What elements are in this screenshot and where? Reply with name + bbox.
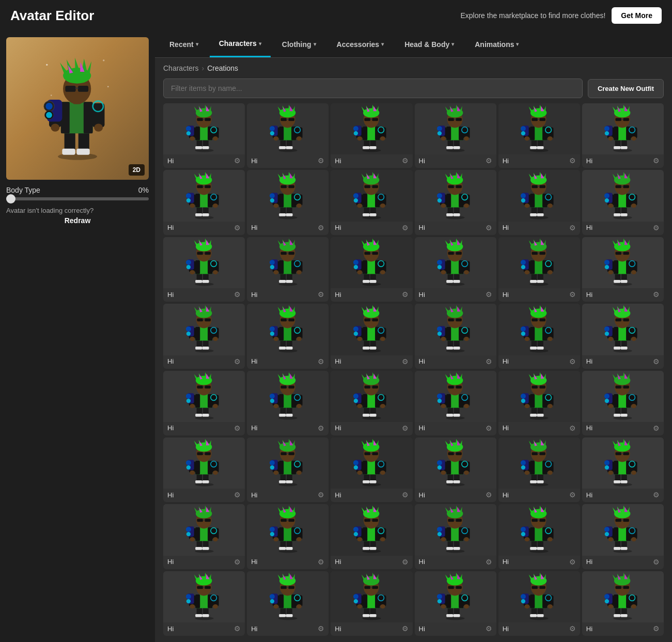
outfit-card[interactable]: Hi ⚙ — [163, 103, 245, 168]
gear-icon[interactable]: ⚙ — [318, 156, 324, 165]
outfit-card[interactable]: Hi ⚙ — [247, 304, 329, 368]
outfit-card[interactable]: Hi ⚙ — [582, 304, 664, 368]
outfit-card[interactable]: Hi ⚙ — [498, 170, 580, 234]
gear-icon[interactable]: ⚙ — [569, 357, 576, 366]
gear-icon[interactable]: ⚙ — [653, 156, 660, 165]
outfit-card[interactable]: Hi ⚙ — [498, 504, 580, 569]
outfit-card[interactable]: Hi ⚙ — [498, 304, 580, 368]
outfit-card[interactable]: Hi ⚙ — [247, 504, 329, 569]
gear-icon[interactable]: ⚙ — [653, 491, 660, 499]
gear-icon[interactable]: ⚙ — [402, 156, 409, 165]
gear-icon[interactable]: ⚙ — [318, 357, 324, 366]
gear-icon[interactable]: ⚙ — [653, 424, 660, 432]
outfit-card[interactable]: Hi ⚙ — [331, 371, 412, 435]
redraw-link[interactable]: Redraw — [6, 216, 149, 225]
gear-icon[interactable]: ⚙ — [318, 290, 324, 299]
outfit-card[interactable]: Hi ⚙ — [163, 304, 245, 368]
outfit-card[interactable]: Hi ⚙ — [247, 371, 329, 435]
gear-icon[interactable]: ⚙ — [486, 624, 492, 633]
outfit-card[interactable]: Hi ⚙ — [498, 237, 580, 302]
outfit-card[interactable]: Hi ⚙ — [415, 103, 496, 168]
outfit-card[interactable]: Hi ⚙ — [163, 504, 245, 569]
outfit-card[interactable]: Hi ⚙ — [415, 437, 496, 502]
gear-icon[interactable]: ⚙ — [569, 424, 576, 432]
outfit-card[interactable]: Hi ⚙ — [498, 103, 580, 168]
gear-icon[interactable]: ⚙ — [402, 290, 409, 299]
gear-icon[interactable]: ⚙ — [653, 624, 660, 633]
gear-icon[interactable]: ⚙ — [653, 558, 660, 566]
outfit-card[interactable]: Hi ⚙ — [331, 437, 412, 502]
outfit-card[interactable]: Hi ⚙ — [415, 571, 496, 636]
outfit-card[interactable]: Hi ⚙ — [163, 237, 245, 302]
filter-input[interactable] — [163, 79, 583, 98]
gear-icon[interactable]: ⚙ — [653, 357, 660, 366]
gear-icon[interactable]: ⚙ — [569, 290, 576, 299]
gear-icon[interactable]: ⚙ — [486, 558, 492, 566]
outfit-card[interactable]: Hi ⚙ — [331, 304, 412, 368]
outfit-card[interactable]: Hi ⚙ — [582, 103, 664, 168]
outfit-card[interactable]: Hi ⚙ — [331, 504, 412, 569]
outfit-card[interactable]: Hi ⚙ — [498, 571, 580, 636]
gear-icon[interactable]: ⚙ — [486, 491, 492, 499]
gear-icon[interactable]: ⚙ — [486, 357, 492, 366]
outfit-card[interactable]: Hi ⚙ — [163, 170, 245, 234]
outfit-card[interactable]: Hi ⚙ — [582, 571, 664, 636]
gear-icon[interactable]: ⚙ — [402, 357, 409, 366]
outfit-card[interactable]: Hi ⚙ — [415, 304, 496, 368]
gear-icon[interactable]: ⚙ — [234, 224, 241, 232]
outfit-card[interactable]: Hi ⚙ — [582, 170, 664, 234]
gear-icon[interactable]: ⚙ — [318, 624, 324, 633]
tab-characters[interactable]: Characters ▾ — [210, 31, 271, 57]
gear-icon[interactable]: ⚙ — [402, 558, 409, 566]
tab-animations[interactable]: Animations ▾ — [465, 32, 528, 57]
outfit-card[interactable]: Hi ⚙ — [582, 371, 664, 435]
outfit-card[interactable]: Hi ⚙ — [415, 504, 496, 569]
breadcrumb-characters[interactable]: Characters — [163, 64, 198, 72]
create-outfit-button[interactable]: Create New Outfit — [588, 79, 664, 98]
gear-icon[interactable]: ⚙ — [569, 558, 576, 566]
outfit-card[interactable]: Hi ⚙ — [582, 237, 664, 302]
outfit-card[interactable]: Hi ⚙ — [247, 103, 329, 168]
gear-icon[interactable]: ⚙ — [653, 224, 660, 232]
outfit-card[interactable]: Hi ⚙ — [415, 371, 496, 435]
outfit-card[interactable]: Hi ⚙ — [163, 437, 245, 502]
outfit-card[interactable]: Hi ⚙ — [331, 103, 412, 168]
gear-icon[interactable]: ⚙ — [402, 491, 409, 499]
outfit-card[interactable]: Hi ⚙ — [247, 437, 329, 502]
gear-icon[interactable]: ⚙ — [486, 224, 492, 232]
outfit-card[interactable]: Hi ⚙ — [582, 504, 664, 569]
gear-icon[interactable]: ⚙ — [234, 624, 241, 633]
outfit-card[interactable]: Hi ⚙ — [498, 371, 580, 435]
gear-icon[interactable]: ⚙ — [486, 290, 492, 299]
gear-icon[interactable]: ⚙ — [569, 624, 576, 633]
outfit-card[interactable]: Hi ⚙ — [247, 237, 329, 302]
tab-head-body[interactable]: Head & Body ▾ — [395, 32, 463, 57]
tab-recent[interactable]: Recent ▾ — [160, 32, 208, 57]
gear-icon[interactable]: ⚙ — [402, 224, 409, 232]
gear-icon[interactable]: ⚙ — [234, 424, 241, 432]
gear-icon[interactable]: ⚙ — [402, 624, 409, 633]
gear-icon[interactable]: ⚙ — [234, 491, 241, 499]
tab-accessories[interactable]: Accessories ▾ — [327, 32, 394, 57]
gear-icon[interactable]: ⚙ — [318, 491, 324, 499]
gear-icon[interactable]: ⚙ — [318, 224, 324, 232]
outfit-card[interactable]: Hi ⚙ — [415, 170, 496, 234]
body-type-slider-track[interactable] — [6, 197, 149, 200]
outfit-card[interactable]: Hi ⚙ — [163, 571, 245, 636]
outfit-card[interactable]: Hi ⚙ — [415, 237, 496, 302]
tab-clothing[interactable]: Clothing ▾ — [273, 32, 325, 57]
gear-icon[interactable]: ⚙ — [569, 491, 576, 499]
get-more-button[interactable]: Get More — [612, 7, 662, 24]
outfit-card[interactable]: Hi ⚙ — [163, 371, 245, 435]
gear-icon[interactable]: ⚙ — [234, 290, 241, 299]
gear-icon[interactable]: ⚙ — [318, 558, 324, 566]
gear-icon[interactable]: ⚙ — [486, 424, 492, 432]
gear-icon[interactable]: ⚙ — [234, 357, 241, 366]
outfit-card[interactable]: Hi ⚙ — [582, 437, 664, 502]
gear-icon[interactable]: ⚙ — [402, 424, 409, 432]
outfit-card[interactable]: Hi ⚙ — [331, 170, 412, 234]
gear-icon[interactable]: ⚙ — [486, 156, 492, 165]
outfit-card[interactable]: Hi ⚙ — [247, 571, 329, 636]
outfit-card[interactable]: Hi ⚙ — [331, 571, 412, 636]
outfit-card[interactable]: Hi ⚙ — [247, 170, 329, 234]
